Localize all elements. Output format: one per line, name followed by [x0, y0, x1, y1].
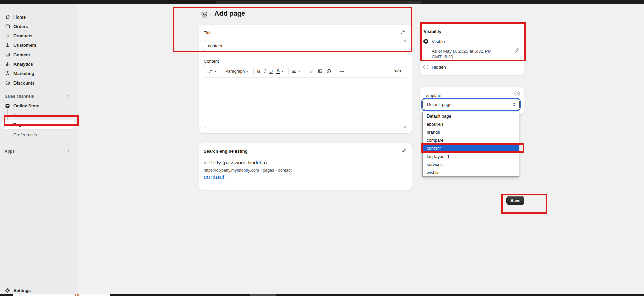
radio-visible[interactable]	[423, 39, 428, 44]
chevron-right-icon[interactable]: ›	[68, 94, 70, 98]
breadcrumb-separator: ›	[210, 11, 211, 17]
taskbar-icon-fragment	[77, 294, 79, 296]
sidebar-item-content[interactable]: Content	[0, 50, 78, 59]
sidebar-item-themes[interactable]: Themes	[0, 111, 78, 120]
sidebar-item-home[interactable]: Home	[0, 12, 78, 22]
link-icon[interactable]	[309, 69, 314, 74]
chevron-down-icon	[246, 70, 249, 73]
bold-button[interactable]: B	[257, 69, 260, 74]
code-view-button[interactable]: </>	[394, 69, 402, 74]
more-options-button[interactable]: •••	[340, 69, 345, 74]
paragraph-label: Paragraph	[225, 69, 245, 74]
paragraph-style-dropdown[interactable]: Paragraph	[225, 69, 249, 74]
content-rich-text-editor[interactable]: Paragraph B I U A	[204, 65, 406, 128]
video-icon[interactable]	[326, 69, 331, 74]
dropdown-option-default-page[interactable]: Default page	[423, 112, 519, 120]
taskbar-light-segment	[13, 294, 110, 296]
magic-icon[interactable]	[400, 29, 406, 35]
dropdown-option-contact[interactable]: contact	[423, 144, 519, 153]
dropdown-option-brands[interactable]: brands	[423, 128, 519, 136]
toolbar-divider	[305, 68, 305, 75]
sidebar-item-label: Discounts	[13, 80, 35, 86]
sidebar-item-label: Products	[13, 33, 32, 38]
page-icon[interactable]	[201, 12, 207, 18]
align-icon	[292, 69, 297, 74]
sidebar-item-online-store[interactable]: Online Store	[0, 101, 78, 110]
dropdown-option-wishlist[interactable]: wishlist	[423, 169, 519, 177]
sidebar-item-pages[interactable]: Pages	[1, 120, 75, 129]
seo-url: https://dt-petty.myshopify.com › pages ›…	[204, 168, 292, 173]
pencil-icon[interactable]	[401, 147, 407, 153]
dropdown-option-faq-layout-1[interactable]: faq-layout-1	[423, 153, 519, 161]
hidden-label: Hidden	[432, 65, 446, 70]
taskbar-icon-fragment	[75, 294, 76, 296]
text-color-button[interactable]: A	[276, 69, 284, 74]
sidebar: Home Orders Products Customers Content	[0, 4, 78, 294]
shopify-admin-add-page: Home Orders Products Customers Content	[0, 0, 644, 296]
text-color-icon: A	[276, 69, 280, 74]
apps-header: Apps	[5, 149, 15, 154]
store-icon	[5, 103, 10, 109]
sidebar-item-label: Customers	[13, 43, 36, 48]
sidebar-item-settings[interactable]: Settings	[0, 286, 78, 295]
sidebar-item-analytics[interactable]: Analytics	[0, 59, 78, 69]
chevron-right-icon[interactable]: ›	[68, 149, 70, 153]
visibility-heading: Visibility	[423, 29, 441, 34]
toolbar-divider	[336, 68, 336, 75]
sidebar-item-label: Marketing	[13, 71, 34, 76]
page-title: Add page	[214, 10, 245, 18]
underline-button[interactable]: U	[269, 69, 273, 74]
template-dropdown-list: Default page about-us brands compare con…	[422, 112, 519, 177]
chevron-down-icon	[214, 70, 217, 73]
orders-icon	[5, 24, 10, 29]
title-label: Title	[204, 30, 212, 35]
chevron-down-icon	[298, 70, 301, 73]
sidebar-item-products[interactable]: Products	[0, 31, 78, 40]
alignment-button[interactable]	[292, 69, 301, 74]
dropdown-option-compare[interactable]: compare	[423, 136, 519, 144]
sidebar-item-customers[interactable]: Customers	[0, 40, 78, 50]
template-select[interactable]: Default page	[422, 99, 520, 110]
toolbar-divider	[288, 68, 289, 75]
discounts-icon	[5, 80, 10, 86]
customers-icon	[5, 42, 10, 48]
seo-page-link[interactable]: contact	[204, 173, 224, 181]
bottom-taskbar-strip	[0, 294, 644, 296]
sidebar-item-discounts[interactable]: Discounts	[0, 78, 78, 88]
save-button[interactable]: Save	[506, 196, 524, 205]
italic-button[interactable]: I	[264, 69, 266, 74]
template-label: Template	[423, 93, 441, 98]
select-updown-icon	[511, 102, 516, 107]
radio-hidden[interactable]	[423, 65, 428, 69]
eye-icon[interactable]	[514, 90, 520, 97]
topbar-search-field[interactable]	[216, 1, 422, 4]
toolbar-divider	[222, 68, 222, 75]
dropdown-option-services[interactable]: services	[423, 161, 519, 169]
title-input[interactable]	[204, 40, 406, 52]
visibility-schedule-text: As of May 8, 2025 at 6:32 PM GMT+5:30	[432, 48, 504, 60]
visible-label: Visible	[432, 39, 445, 44]
sidebar-item-label: Themes	[13, 113, 29, 118]
editor-toolbar: Paragraph B I U A	[204, 65, 406, 78]
taskbar-gray-segment	[250, 294, 276, 296]
toolbar-divider	[253, 68, 254, 75]
sidebar-item-marketing[interactable]: Marketing	[0, 69, 78, 78]
sidebar-item-label: Online Store	[13, 103, 39, 108]
content-label: Content	[204, 59, 219, 64]
magic-icon[interactable]	[208, 69, 217, 74]
sidebar-item-label: Home	[13, 14, 26, 20]
editor-body[interactable]	[204, 78, 406, 128]
sidebar-item-orders[interactable]: Orders	[0, 22, 78, 31]
sidebar-item-label: Analytics	[13, 62, 33, 67]
branch-arrow-icon	[6, 122, 11, 127]
sidebar-item-label: Preferences	[13, 132, 37, 137]
marketing-icon	[5, 71, 10, 76]
template-selected-value: Default page	[427, 102, 452, 107]
dropdown-option-about-us[interactable]: about-us	[423, 120, 519, 128]
sidebar-item-preferences[interactable]: Preferences	[0, 130, 78, 139]
seo-site-title: dt Petty (password: buddha)	[204, 160, 267, 165]
sidebar-item-label: Content	[13, 52, 30, 57]
sidebar-item-label: Pages	[13, 122, 26, 127]
pencil-icon[interactable]	[514, 48, 519, 53]
image-icon[interactable]	[318, 69, 323, 74]
